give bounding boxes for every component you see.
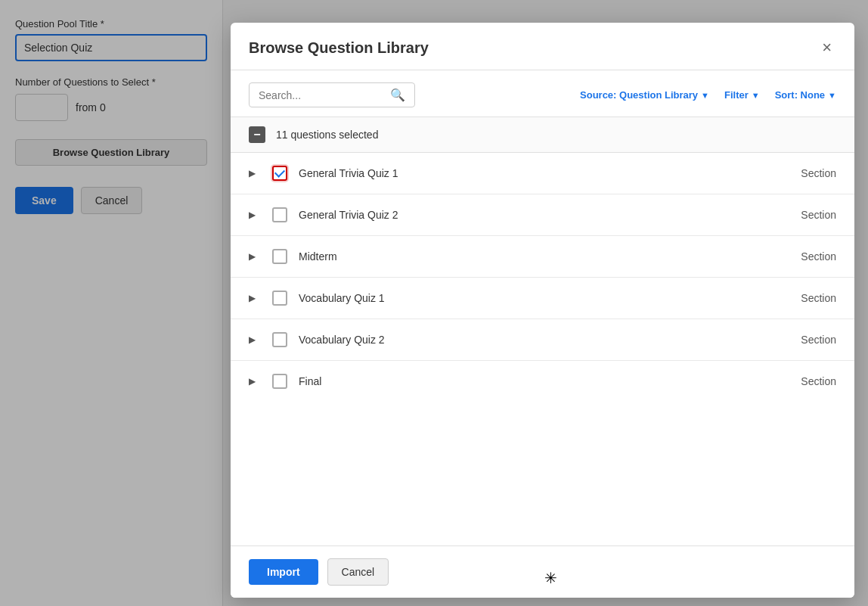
selected-count: 11 questions selected bbox=[276, 129, 378, 141]
sort-button[interactable]: Sort: None ▼ bbox=[775, 89, 836, 101]
selection-bar: − 11 questions selected bbox=[231, 117, 854, 153]
source-filter-button[interactable]: Source: Question Library ▼ bbox=[580, 89, 709, 101]
browse-question-library-modal: Browse Question Library × 🔍 Source: Ques… bbox=[231, 23, 854, 598]
item-type: Section bbox=[776, 375, 836, 387]
list-item[interactable]: ▶ General Trivia Quiz 2 Section bbox=[231, 194, 854, 236]
search-icon: 🔍 bbox=[390, 88, 405, 102]
cancel-modal-button[interactable]: Cancel bbox=[327, 558, 389, 586]
item-name: General Trivia Quiz 1 bbox=[299, 167, 765, 179]
item-name: Vocabulary Quiz 2 bbox=[299, 334, 765, 346]
checkbox-vocab-2[interactable] bbox=[271, 331, 288, 348]
modal-header: Browse Question Library × bbox=[231, 23, 854, 70]
list-item[interactable]: ▶ Final Section bbox=[231, 361, 854, 402]
item-name: Midterm bbox=[299, 250, 765, 263]
item-name: Vocabulary Quiz 1 bbox=[299, 292, 765, 304]
item-type: Section bbox=[776, 250, 836, 263]
import-button[interactable]: Import bbox=[249, 559, 318, 585]
expand-arrow-icon[interactable]: ▶ bbox=[249, 251, 261, 262]
list-item[interactable]: ▶ Vocabulary Quiz 2 Section bbox=[231, 319, 854, 361]
filter-button[interactable]: Filter ▼ bbox=[724, 89, 760, 101]
expand-arrow-icon[interactable]: ▶ bbox=[249, 334, 261, 345]
search-box: 🔍 bbox=[249, 82, 415, 107]
checkbox-vocab-1[interactable] bbox=[271, 290, 288, 306]
sort-button-label: Sort: None bbox=[775, 89, 825, 101]
modal-toolbar: 🔍 Source: Question Library ▼ Filter ▼ So… bbox=[231, 70, 854, 117]
filter-button-label: Filter bbox=[724, 89, 749, 101]
list-item[interactable]: ▶ Midterm Section bbox=[231, 236, 854, 278]
modal-title: Browse Question Library bbox=[249, 39, 429, 57]
checkbox-general-trivia-2[interactable] bbox=[271, 207, 288, 223]
expand-arrow-icon[interactable]: ▶ bbox=[249, 293, 261, 303]
item-type: Section bbox=[776, 209, 836, 221]
checkbox-general-trivia-1[interactable] bbox=[271, 165, 288, 182]
expand-arrow-icon[interactable]: ▶ bbox=[249, 376, 261, 387]
search-input[interactable] bbox=[259, 89, 384, 101]
expand-arrow-icon[interactable]: ▶ bbox=[249, 210, 261, 220]
expand-arrow-icon[interactable]: ▶ bbox=[249, 168, 261, 179]
modal-footer: Import Cancel bbox=[231, 545, 854, 598]
modal-close-button[interactable]: × bbox=[817, 38, 836, 57]
item-name: Final bbox=[299, 375, 765, 387]
item-type: Section bbox=[776, 167, 836, 179]
item-type: Section bbox=[776, 334, 836, 346]
item-name: General Trivia Quiz 2 bbox=[299, 209, 765, 221]
sort-chevron-down-icon: ▼ bbox=[828, 91, 836, 100]
checkbox-final[interactable] bbox=[271, 373, 288, 390]
source-button-label: Source: Question Library bbox=[580, 89, 698, 101]
deselect-all-button[interactable]: − bbox=[249, 126, 265, 143]
source-chevron-down-icon: ▼ bbox=[701, 91, 709, 100]
question-list[interactable]: ▶ General Trivia Quiz 1 Section ▶ Genera… bbox=[231, 153, 854, 545]
toolbar-right: Source: Question Library ▼ Filter ▼ Sort… bbox=[580, 89, 836, 101]
list-item[interactable]: ▶ General Trivia Quiz 1 Section bbox=[231, 153, 854, 194]
checkbox-midterm[interactable] bbox=[271, 248, 288, 265]
item-type: Section bbox=[776, 292, 836, 304]
list-item[interactable]: ▶ Vocabulary Quiz 1 Section bbox=[231, 278, 854, 319]
filter-chevron-down-icon: ▼ bbox=[752, 91, 760, 100]
